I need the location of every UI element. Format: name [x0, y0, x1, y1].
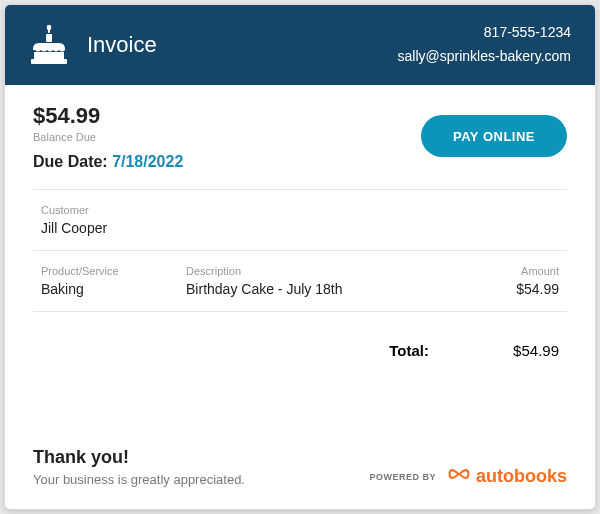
description-header: Description — [186, 265, 414, 277]
svg-point-1 — [47, 25, 51, 31]
autobooks-text: autobooks — [476, 466, 567, 487]
invoice-title: Invoice — [87, 32, 157, 58]
due-date-line: Due Date: 7/18/2022 — [33, 153, 183, 171]
customer-section: Customer Jill Cooper — [33, 190, 567, 251]
product-header: Product/Service — [41, 265, 186, 277]
amount-value: $54.99 — [414, 281, 559, 297]
customer-name: Jill Cooper — [41, 220, 559, 236]
invoice-header: Invoice 817-555-1234 sally@sprinkles-bak… — [5, 5, 595, 85]
contact-email: sally@sprinkles-bakery.com — [398, 45, 571, 69]
powered-by-label: POWERED BY — [369, 472, 436, 482]
line-amount-col: Amount $54.99 — [414, 265, 559, 297]
invoice-card: Invoice 817-555-1234 sally@sprinkles-bak… — [4, 4, 596, 510]
pay-online-button[interactable]: PAY ONLINE — [421, 115, 567, 157]
contact-phone: 817-555-1234 — [398, 21, 571, 45]
thanks-title: Thank you! — [33, 447, 245, 468]
header-left: Invoice — [29, 25, 157, 65]
svg-rect-4 — [34, 52, 64, 60]
summary-row: $54.99 Balance Due Due Date: 7/18/2022 P… — [33, 103, 567, 171]
cake-icon — [29, 25, 69, 65]
line-description-col: Description Birthday Cake - July 18th — [186, 265, 414, 297]
line-product-col: Product/Service Baking — [41, 265, 186, 297]
svg-rect-2 — [46, 34, 52, 42]
infinity-icon — [446, 466, 472, 487]
header-contact: 817-555-1234 sally@sprinkles-bakery.com — [398, 21, 571, 69]
balance-block: $54.99 Balance Due Due Date: 7/18/2022 — [33, 103, 183, 171]
thanks-block: Thank you! Your business is greatly appr… — [33, 447, 245, 487]
amount-header: Amount — [414, 265, 559, 277]
balance-amount: $54.99 — [33, 103, 183, 129]
due-date-label: Due Date: — [33, 153, 112, 170]
invoice-body: $54.99 Balance Due Due Date: 7/18/2022 P… — [5, 85, 595, 509]
total-value: $54.99 — [479, 342, 559, 359]
description-value: Birthday Cake - July 18th — [186, 281, 414, 297]
total-label: Total: — [389, 342, 429, 359]
thanks-subtitle: Your business is greatly appreciated. — [33, 472, 245, 487]
invoice-footer: Thank you! Your business is greatly appr… — [33, 447, 567, 493]
balance-label: Balance Due — [33, 131, 183, 143]
customer-label: Customer — [41, 204, 559, 216]
autobooks-logo: autobooks — [446, 466, 567, 487]
due-date-value: 7/18/2022 — [112, 153, 183, 170]
product-value: Baking — [41, 281, 186, 297]
line-items-row: Product/Service Baking Description Birth… — [33, 251, 567, 312]
totals-row: Total: $54.99 — [33, 312, 567, 369]
powered-by: POWERED BY autobooks — [369, 466, 567, 487]
